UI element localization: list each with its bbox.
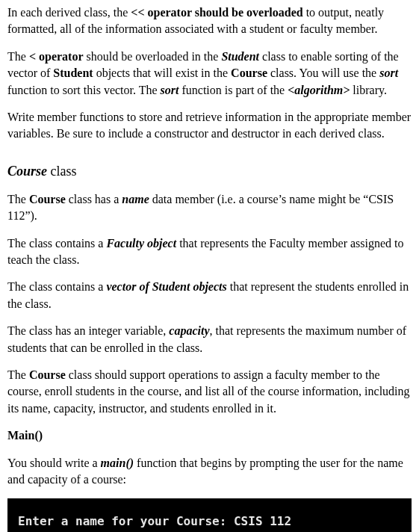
text: library. (350, 84, 387, 96)
student-class: Student (221, 50, 259, 63)
course-class: Course (231, 66, 267, 79)
text: The (7, 193, 29, 205)
main-fn: main() (101, 457, 134, 469)
course-class: Course (29, 193, 66, 205)
paragraph-member-functions: Write member functions to store and retr… (7, 109, 412, 143)
paragraph-overload-output: In each derived class, the << operator s… (7, 4, 412, 38)
faculty-object: Faculty object (106, 237, 176, 250)
course-word: Course (7, 164, 47, 179)
lt-operator: < operator (29, 50, 84, 63)
text: The class has an integer variable, (7, 324, 169, 337)
text: function to sort this vector. The (7, 84, 161, 96)
student-class: Student (53, 66, 93, 79)
paragraph-capacity: The class has an integer variable, capac… (7, 323, 412, 356)
text: function is part of the (179, 84, 288, 96)
course-class: Course (29, 368, 66, 381)
sort-fn: sort (379, 66, 398, 79)
text: The class contains a (7, 237, 106, 250)
name-member: name (122, 193, 149, 205)
terminal-output: Enter a name for your Course: CSIS 112 W… (7, 498, 412, 532)
class-word: class (47, 164, 77, 179)
paragraph-main-prompt: You should write a main() function that … (7, 455, 412, 489)
text: You should write a (7, 457, 101, 469)
paragraph-faculty-object: The class contains a Faculty object that… (7, 235, 412, 269)
sort-fn: sort (161, 84, 179, 96)
paragraph-course-name: The Course class has a name data member … (7, 191, 412, 225)
paragraph-student-vector: The class contains a vector of Student o… (7, 279, 412, 312)
text: class. You will use the (267, 66, 379, 79)
text: The (7, 50, 29, 63)
terminal-line-1: Enter a name for your Course: CSIS 112 (18, 513, 401, 530)
paragraph-course-operations: The Course class should support operatio… (7, 367, 412, 417)
text: In each derived class, the (7, 6, 131, 19)
text: objects that will exist in the (93, 66, 231, 79)
main-heading: Main() (7, 427, 412, 444)
text: should be overloaded in the (84, 50, 222, 63)
student-vector: vector of Student objects (106, 280, 226, 293)
text: class should support operations to assig… (7, 368, 410, 415)
operator-bold: << operator should be overloaded (131, 6, 302, 19)
text: The (7, 368, 29, 381)
course-class-heading: Course class (7, 162, 412, 181)
algorithm-lib: <algorithm> (288, 84, 350, 96)
capacity-var: capacity (169, 324, 209, 337)
paragraph-sort-operator: The < operator should be overloaded in t… (7, 49, 412, 99)
text: class has a (66, 193, 122, 205)
text: The class contains a (7, 280, 106, 293)
